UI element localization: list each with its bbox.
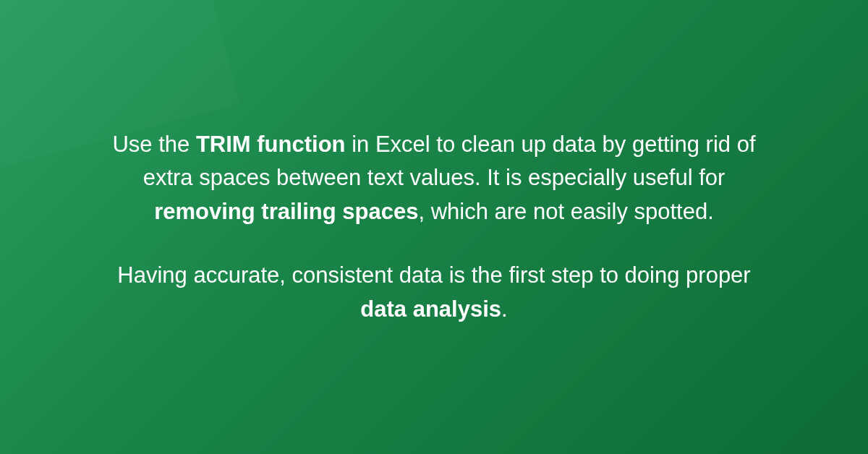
bold-trim-function: TRIM function: [196, 132, 346, 157]
paragraph-2: Having accurate, consistent data is the …: [98, 259, 770, 326]
paragraph-1: Use the TRIM function in Excel to clean …: [98, 128, 770, 229]
text-segment: Having accurate, consistent data is the …: [117, 262, 750, 288]
text-segment: , which are not easily spotted.: [418, 199, 713, 224]
bold-removing-trailing-spaces: removing trailing spaces: [154, 199, 418, 224]
slide-content: Use the TRIM function in Excel to clean …: [54, 128, 814, 327]
text-segment: Use the: [112, 132, 195, 157]
text-segment: .: [501, 296, 508, 322]
bold-data-analysis: data analysis: [360, 296, 501, 322]
